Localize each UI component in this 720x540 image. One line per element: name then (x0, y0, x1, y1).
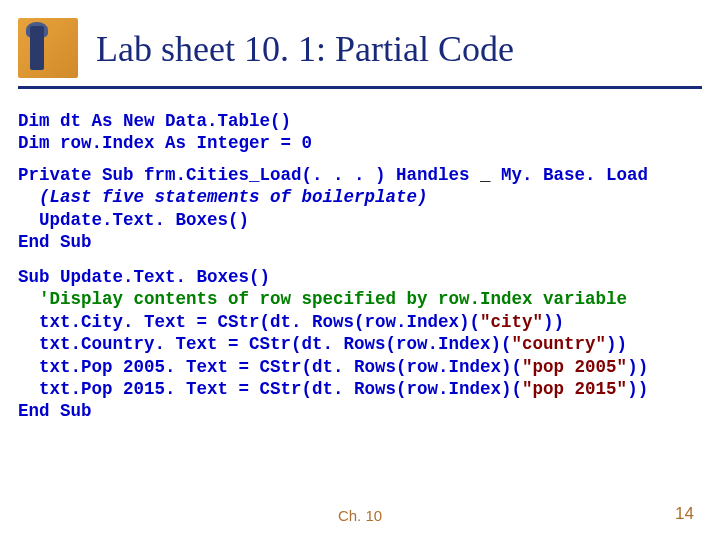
code-token: )) (627, 379, 648, 399)
code-line: Private Sub frm.Cities_Load(. . . ) Hand… (18, 165, 480, 185)
code-token: txt.City. Text = CStr(dt. Rows(row.Index… (18, 312, 480, 332)
code-token: My. Base. Load (491, 165, 649, 185)
code-line: Sub Update.Text. Boxes() (18, 267, 270, 287)
code-string: "city" (480, 312, 543, 332)
code-block-2: Private Sub frm.Cities_Load(. . . ) Hand… (18, 164, 648, 254)
logo-icon (18, 18, 78, 78)
code-token: txt.Pop 2015. Text = CStr(dt. Rows(row.I… (18, 379, 522, 399)
code-line: Dim row.Index As Integer = 0 (18, 133, 312, 153)
footer-page-number: 14 (675, 504, 694, 524)
code-token: )) (606, 334, 627, 354)
footer-chapter: Ch. 10 (0, 507, 720, 524)
code-line: Dim dt As New Data.Table() (18, 111, 291, 131)
code-line: Update.Text. Boxes() (18, 210, 249, 230)
code-line: End Sub (18, 232, 92, 252)
code-token: txt.Country. Text = CStr(dt. Rows(row.In… (18, 334, 512, 354)
code-token: )) (543, 312, 564, 332)
code-block-1: Dim dt As New Data.Table() Dim row.Index… (18, 110, 312, 155)
code-line: End Sub (18, 401, 92, 421)
code-token: txt.Pop 2005. Text = CStr(dt. Rows(row.I… (18, 357, 522, 377)
code-token: _ (480, 165, 491, 185)
code-string: "country" (512, 334, 607, 354)
code-string: "pop 2015" (522, 379, 627, 399)
code-token: )) (627, 357, 648, 377)
code-comment: 'Display contents of row specified by ro… (18, 289, 627, 309)
slide-title: Lab sheet 10. 1: Partial Code (96, 28, 514, 70)
slide: Lab sheet 10. 1: Partial Code Dim dt As … (0, 0, 720, 540)
title-underline (18, 86, 702, 89)
code-block-3: Sub Update.Text. Boxes() 'Display conten… (18, 266, 648, 423)
code-string: "pop 2005" (522, 357, 627, 377)
code-line: (Last five statements of boilerplate) (18, 187, 428, 207)
